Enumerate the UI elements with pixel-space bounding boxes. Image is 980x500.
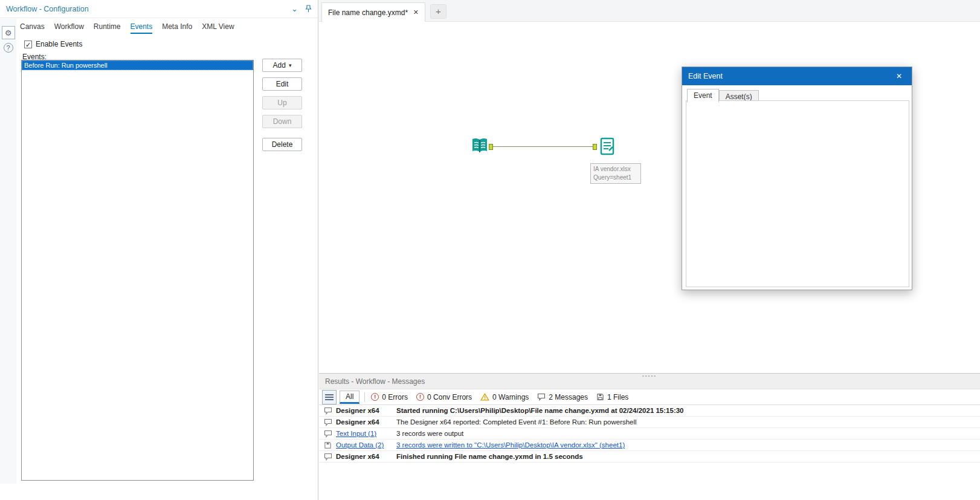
message-text-link[interactable]: 3 records were written to "C:\Users\Phil…	[396, 441, 625, 449]
output-data-tool-icon	[597, 136, 617, 157]
workflow-configuration-panel: Workflow - Configuration ⌄ ⚙ ? Canvas Wo…	[0, 0, 318, 500]
tab-workflow[interactable]: Workflow	[54, 22, 84, 34]
filter-all-button[interactable]: All	[340, 391, 359, 404]
connection-wire[interactable]	[491, 146, 595, 147]
edit-event-dialog: Edit Event ✕ Event Asset(s) Run Event Wh…	[682, 67, 912, 290]
output-data-tool[interactable]	[597, 136, 617, 157]
message-layout-icon[interactable]	[322, 390, 337, 404]
message-source-link[interactable]: Output Data (2)	[336, 441, 396, 449]
add-button[interactable]: Add ▾	[262, 59, 302, 72]
alteryx-designer-window: Workflow - Configuration ⌄ ⚙ ? Canvas Wo…	[0, 0, 980, 500]
events-list[interactable]: Before Run: Run powershell	[21, 60, 254, 481]
input-anchor-icon[interactable]	[593, 144, 597, 150]
up-button[interactable]: Up	[262, 96, 302, 109]
configuration-tabs: Canvas Workflow Runtime Events Meta Info…	[20, 22, 234, 34]
results-header[interactable]: ••••• Results - Workflow - Messages	[319, 374, 980, 389]
filter-conv-errors-button[interactable]: ! 0 Conv Errors	[416, 393, 472, 401]
document-tab-label: File name change.yxmd*	[328, 8, 408, 17]
document-tab-bar: File name change.yxmd* ✕ +	[319, 0, 980, 22]
tab-events[interactable]: Events	[131, 22, 153, 34]
tab-canvas[interactable]: Canvas	[20, 22, 45, 34]
chevron-down-icon: ▾	[289, 62, 292, 68]
dialog-tab-event[interactable]: Event	[687, 89, 719, 102]
filter-files-label: 1 Files	[607, 393, 628, 401]
filter-warnings-label: 0 Warnings	[492, 393, 529, 401]
down-button[interactable]: Down	[262, 115, 302, 128]
up-button-label: Up	[277, 99, 286, 107]
message-text: Finished running File name change.yxmd i…	[396, 453, 583, 460]
edit-button-label: Edit	[276, 80, 289, 88]
message-bubble-icon	[537, 393, 546, 401]
annotation-line-2: Query=sheet1	[593, 174, 638, 182]
close-icon[interactable]: ✕	[413, 8, 419, 16]
message-source: Designer x64	[336, 407, 396, 414]
annotation-line-1: IA vendor.xlsx	[593, 165, 638, 174]
message-row[interactable]: Designer x64 Finished running File name …	[319, 451, 980, 463]
message-list: Designer x64 Started running C:\Users\Ph…	[319, 405, 980, 463]
chevron-down-icon[interactable]: ⌄	[291, 5, 298, 13]
file-icon	[324, 441, 332, 449]
enable-events-row: ✓ Enable Events	[24, 40, 82, 48]
message-source: Designer x64	[336, 418, 396, 426]
text-input-tool[interactable]	[469, 136, 490, 157]
filter-warnings-button[interactable]: 0 Warnings	[480, 393, 529, 401]
dialog-titlebar[interactable]: Edit Event ✕	[682, 67, 912, 85]
edit-button[interactable]: Edit	[262, 77, 302, 91]
file-icon	[596, 393, 604, 401]
document-tab-active[interactable]: File name change.yxmd* ✕	[321, 2, 425, 22]
filter-conv-errors-label: 0 Conv Errors	[427, 393, 472, 401]
results-title: Results - Workflow - Messages	[325, 377, 425, 386]
message-bubble-icon	[324, 430, 332, 438]
dialog-content-frame	[686, 100, 909, 287]
new-tab-button[interactable]: +	[430, 4, 446, 19]
configuration-icon-strip: ⚙ ?	[0, 19, 16, 484]
text-input-tool-icon	[469, 136, 490, 157]
pin-icon[interactable]	[305, 5, 312, 13]
delete-button-label: Delete	[272, 140, 293, 149]
filter-errors-label: 0 Errors	[382, 393, 408, 401]
add-button-label: Add	[273, 61, 286, 70]
event-list-item[interactable]: Before Run: Run powershell	[22, 60, 253, 70]
enable-events-label: Enable Events	[36, 40, 82, 48]
results-panel: ••••• Results - Workflow - Messages All …	[319, 373, 980, 500]
close-icon[interactable]: ✕	[892, 71, 906, 82]
filter-messages-button[interactable]: 2 Messages	[537, 393, 588, 401]
help-icon[interactable]: ?	[4, 43, 13, 53]
delete-button[interactable]: Delete	[262, 138, 302, 151]
message-text: 3 records were output	[396, 430, 463, 437]
error-icon: !	[371, 393, 379, 401]
message-row[interactable]: Designer x64 The Designer x64 reported: …	[319, 417, 980, 428]
filter-files-button[interactable]: 1 Files	[596, 393, 628, 401]
enable-events-checkbox[interactable]: ✓	[24, 41, 32, 48]
configuration-header: Workflow - Configuration ⌄	[0, 0, 318, 18]
toolbar-divider	[364, 392, 365, 402]
tab-runtime[interactable]: Runtime	[94, 22, 121, 34]
gear-icon[interactable]: ⚙	[2, 26, 15, 39]
message-source: Designer x64	[336, 453, 396, 460]
tool-annotation[interactable]: IA vendor.xlsx Query=sheet1	[590, 163, 641, 184]
message-row[interactable]: Designer x64 Started running C:\Users\Ph…	[319, 405, 980, 417]
conv-error-icon: !	[416, 393, 424, 401]
message-bubble-icon	[324, 418, 332, 426]
pin-icon-glyph	[305, 5, 312, 13]
message-text: Started running C:\Users\Philip\Desktop\…	[396, 407, 684, 414]
tab-meta-info[interactable]: Meta Info	[162, 22, 192, 34]
tab-xml-view[interactable]: XML View	[202, 22, 234, 34]
results-toolbar: All ! 0 Errors ! 0 Conv Errors 0 Warning…	[319, 389, 980, 405]
down-button-label: Down	[273, 117, 292, 126]
message-text: The Designer x64 reported: Completed Eve…	[396, 418, 637, 426]
filter-errors-button[interactable]: ! 0 Errors	[371, 393, 408, 401]
message-row[interactable]: Output Data (2) 3 records were written t…	[319, 440, 980, 451]
message-bubble-icon	[324, 453, 332, 461]
dialog-title: Edit Event	[688, 72, 723, 80]
warning-icon	[480, 393, 489, 401]
filter-messages-label: 2 Messages	[549, 393, 588, 401]
configuration-title: Workflow - Configuration	[6, 5, 89, 13]
message-bubble-icon	[324, 407, 332, 415]
dialog-tab-assets[interactable]: Asset(s)	[719, 90, 759, 101]
message-source-link[interactable]: Text Input (1)	[336, 430, 396, 437]
splitter-handle[interactable]: •••••	[642, 374, 657, 378]
message-row[interactable]: Text Input (1) 3 records were output	[319, 428, 980, 440]
